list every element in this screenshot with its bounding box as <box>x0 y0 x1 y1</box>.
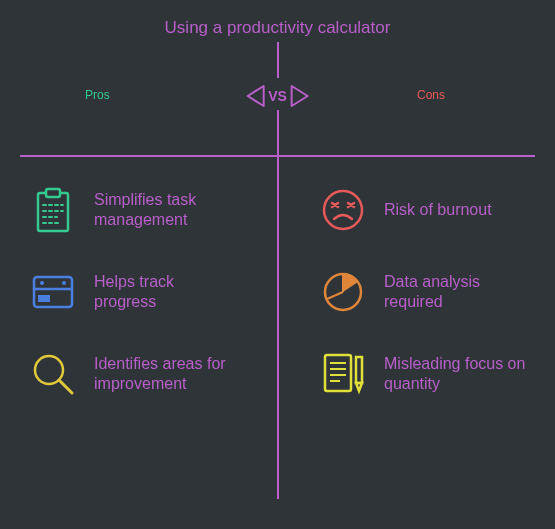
arrow-left-icon <box>243 82 265 110</box>
con-text: Data analysis required <box>384 272 529 312</box>
cons-header: Cons <box>417 88 445 102</box>
divider-vertical-mid <box>277 110 279 155</box>
con-item: Misleading focus on quantity <box>318 349 535 399</box>
svg-rect-0 <box>38 193 68 231</box>
pro-item: Helps track progress <box>28 267 245 317</box>
calendar-progress-icon <box>28 267 78 317</box>
svg-rect-18 <box>356 357 362 383</box>
vs-badge: VS <box>243 82 312 110</box>
pro-text: Identifies areas for improvement <box>94 354 239 394</box>
svg-point-5 <box>40 281 44 285</box>
arrow-right-icon <box>290 82 312 110</box>
svg-rect-4 <box>38 295 50 302</box>
svg-rect-13 <box>325 355 351 391</box>
stressed-face-icon <box>318 185 368 235</box>
pros-column: Simplifies task management Helps track p… <box>0 185 245 399</box>
pro-item: Identifies areas for improvement <box>28 349 245 399</box>
pro-text: Simplifies task management <box>94 190 239 230</box>
divider-vertical-main <box>277 155 279 499</box>
vs-label: VS <box>268 88 287 104</box>
clipboard-icon <box>28 185 78 235</box>
svg-point-9 <box>324 191 362 229</box>
con-text: Risk of burnout <box>384 200 492 220</box>
page-title: Using a productivity calculator <box>0 0 555 38</box>
pie-chart-icon <box>318 267 368 317</box>
con-item: Risk of burnout <box>318 185 535 235</box>
magnify-icon <box>28 349 78 399</box>
pros-header: Pros <box>85 88 110 102</box>
svg-rect-2 <box>34 277 72 307</box>
cons-column: Risk of burnout Data analysis required M… <box>290 185 535 399</box>
divider-vertical-top <box>277 42 279 78</box>
pro-item: Simplifies task management <box>28 185 245 235</box>
svg-rect-1 <box>46 189 60 197</box>
con-item: Data analysis required <box>318 267 535 317</box>
svg-point-6 <box>62 281 66 285</box>
svg-line-12 <box>327 292 343 299</box>
con-text: Misleading focus on quantity <box>384 354 529 394</box>
svg-line-8 <box>59 380 72 393</box>
pro-text: Helps track progress <box>94 272 239 312</box>
document-pen-icon <box>318 349 368 399</box>
